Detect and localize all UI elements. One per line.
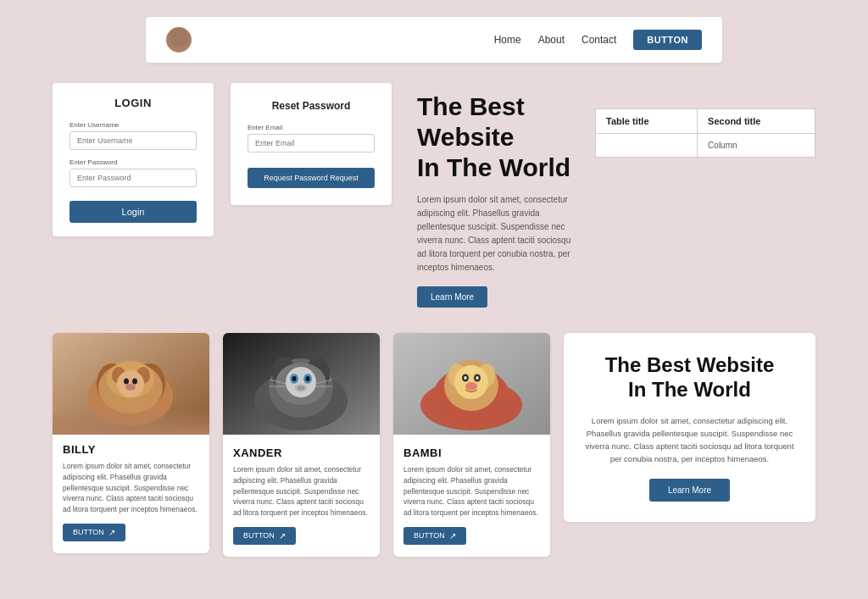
table-section: Table title Second title Column	[595, 108, 815, 158]
hero-title: The Best Website In The World	[417, 92, 578, 183]
dog-card-xander: XANDER Lorem ipsum dolor sit amet, conse…	[223, 333, 380, 557]
dog-button-xander[interactable]: BUTTON ↗	[233, 527, 296, 545]
data-table: Table title Second title Column	[595, 108, 815, 158]
dog-text-billy: Lorem ipsum dolor sit amet, consectetur …	[63, 461, 199, 515]
hero-card-button[interactable]: Learn More	[649, 479, 730, 502]
reset-card: Reset Password Enter Email Request Passw…	[231, 83, 392, 205]
dog-button-bambi[interactable]: BUTTON ↗	[403, 527, 466, 545]
svg-point-21	[292, 376, 297, 381]
hero-card-text: Lorem ipsum dolor sit amet, consectetur …	[581, 414, 798, 466]
dog-card-body-billy: BILLY Lorem ipsum dolor sit amet, consec…	[53, 435, 209, 515]
dog-image-xander	[223, 333, 380, 438]
login-title: LOGIN	[70, 97, 197, 109]
login-button[interactable]: Login	[70, 201, 197, 223]
dog-card-billy: BILLY Lorem ipsum dolor sit amet, consec…	[53, 333, 209, 553]
nav-home[interactable]: Home	[494, 34, 521, 46]
svg-point-11	[125, 384, 136, 391]
dog-text-bambi: Lorem ipsum dolor sit amet, consectetur …	[403, 464, 540, 519]
navbar: Home About Contact BUTTON	[146, 17, 722, 63]
table-row1-col2: Column	[698, 134, 815, 158]
dog-name-bambi: BAMBI	[403, 446, 540, 459]
top-section: LOGIN Enter Username Enter Password Logi…	[53, 83, 815, 308]
svg-point-40	[465, 382, 477, 391]
svg-point-41	[465, 365, 478, 374]
table-row: Column	[596, 134, 815, 158]
password-group: Enter Password	[70, 158, 197, 187]
cards-section: BILLY Lorem ipsum dolor sit amet, consec…	[53, 333, 815, 557]
dog-image-bambi	[393, 333, 550, 438]
svg-point-18	[286, 367, 316, 397]
dog-name-xander: XANDER	[233, 446, 370, 459]
svg-point-24	[297, 385, 305, 391]
main-content: LOGIN Enter Username Enter Password Logi…	[53, 83, 815, 557]
svg-point-9	[124, 379, 129, 385]
arrow-icon-billy: ↗	[108, 528, 115, 537]
dog-image-billy	[53, 333, 209, 435]
hero-section: The Best Website In The World Lorem ipsu…	[409, 83, 578, 308]
email-group: Enter Email	[248, 124, 375, 153]
dog-card-body-bambi: BAMBI Lorem ipsum dolor sit amet, consec…	[393, 438, 550, 519]
reset-button[interactable]: Request Password Request	[248, 168, 375, 188]
email-input[interactable]	[248, 134, 375, 153]
svg-point-38	[465, 376, 467, 380]
avatar	[166, 27, 192, 53]
navbar-button[interactable]: BUTTON	[633, 30, 702, 50]
username-group: Enter Username	[70, 121, 197, 150]
navbar-links: Home About Contact BUTTON	[494, 30, 702, 50]
dog-card-body-xander: XANDER Lorem ipsum dolor sit amet, conse…	[223, 438, 380, 519]
arrow-icon-xander: ↗	[279, 531, 286, 541]
table-row1-col1	[596, 134, 698, 158]
password-input[interactable]	[70, 169, 197, 187]
nav-about[interactable]: About	[538, 34, 565, 46]
table-col2-header: Second title	[698, 109, 815, 134]
dog-button-billy[interactable]: BUTTON ↗	[63, 524, 125, 541]
dog-card-bambi: BAMBI Lorem ipsum dolor sit amet, consec…	[393, 333, 550, 557]
hero-card-right: The Best Website In The World Lorem ipsu…	[564, 333, 815, 522]
login-card: LOGIN Enter Username Enter Password Logi…	[53, 83, 214, 236]
arrow-icon-bambi: ↗	[449, 531, 456, 541]
table-col1-header: Table title	[596, 109, 698, 134]
hero-learn-more-button[interactable]: Learn More	[417, 286, 487, 308]
svg-point-22	[306, 376, 310, 381]
dog-name-billy: BILLY	[63, 443, 199, 456]
username-input[interactable]	[70, 131, 197, 150]
reset-title: Reset Password	[248, 100, 375, 112]
password-label: Enter Password	[70, 158, 197, 166]
email-label: Enter Email	[248, 124, 375, 131]
hero-text: Lorem ipsum dolor sit amet, consectetur …	[417, 193, 578, 275]
svg-point-10	[132, 379, 137, 385]
dog-text-xander: Lorem ipsum dolor sit amet, consectetur …	[233, 464, 370, 519]
nav-contact[interactable]: Contact	[581, 34, 616, 46]
navbar-logo	[166, 27, 192, 53]
username-label: Enter Username	[70, 121, 197, 129]
svg-point-39	[476, 376, 479, 380]
hero-card-title: The Best Website In The World	[581, 353, 798, 402]
